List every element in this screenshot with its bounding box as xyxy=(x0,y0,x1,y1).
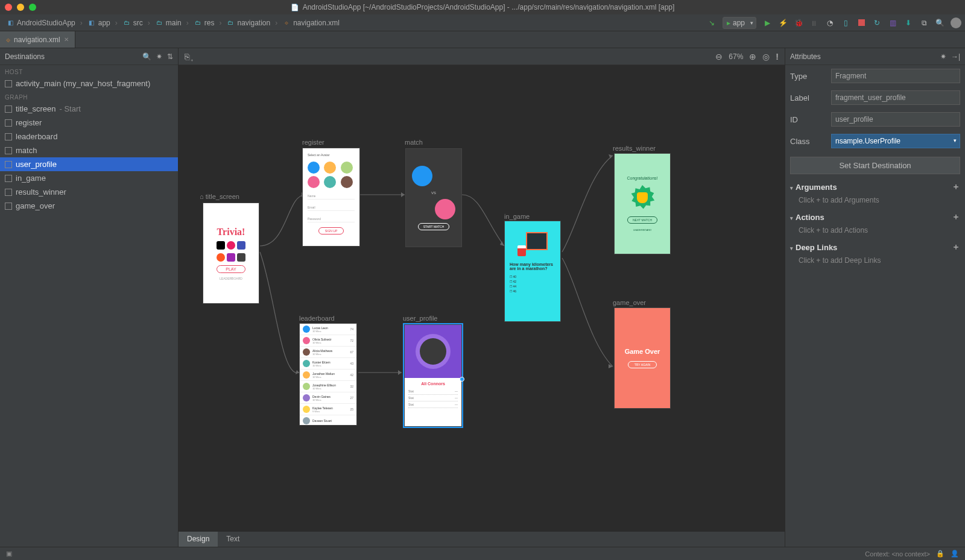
graph-item-in-game[interactable]: in_game xyxy=(0,171,178,185)
graph-item-leaderboard[interactable]: leaderboard xyxy=(0,130,178,143)
graph-item-title-screen[interactable]: title_screen - Start xyxy=(0,102,178,116)
zoom-in-icon[interactable]: ⊕ xyxy=(749,52,756,61)
user-avatar-icon[interactable] xyxy=(951,17,961,28)
apply-changes-icon[interactable]: ⚡ xyxy=(778,18,788,28)
crumb-res[interactable]: 🗀res xyxy=(191,17,217,28)
run-config-dropdown[interactable]: ▸app xyxy=(723,17,756,29)
debug-icon[interactable]: 🐞 xyxy=(794,18,803,28)
add-argument-icon[interactable]: ＋ xyxy=(952,181,960,192)
graph-item-register[interactable]: register xyxy=(0,116,178,130)
close-tab-icon[interactable]: ✕ xyxy=(64,36,69,43)
node-label-user-profile: user_profile xyxy=(403,315,437,322)
attributes-collapse-icon[interactable]: →| xyxy=(951,52,960,61)
profiler-icon[interactable]: ⫼ xyxy=(809,18,819,28)
stop-icon[interactable] xyxy=(856,18,866,28)
zoom-level: 67% xyxy=(729,52,743,61)
attr-type-field[interactable]: Fragment xyxy=(831,69,960,83)
destinations-settings-icon[interactable]: ✷ xyxy=(156,52,162,61)
graph-item-game-over[interactable]: game_over xyxy=(0,199,178,213)
home-icon: ⌂ xyxy=(200,193,204,200)
attributes-title: Attributes xyxy=(790,52,821,61)
file-icon xyxy=(291,3,299,11)
destinations-title: Destinations xyxy=(5,52,45,61)
attributes-panel: Attributes ✷ →| TypeFragment Labelfragme… xyxy=(785,48,965,547)
crumb-main[interactable]: 🗀main xyxy=(153,17,184,28)
set-start-destination-button[interactable]: Set Start Destination xyxy=(790,157,960,174)
gauge-icon[interactable]: ◔ xyxy=(825,18,835,28)
node-leaderboard[interactable]: Lucas Leon10 Wins74 Olivia Solisetz10 Wi… xyxy=(299,323,357,426)
actions-section[interactable]: Actions xyxy=(796,213,824,222)
graph-section-label: GRAPH xyxy=(0,90,178,102)
attach-debugger-icon[interactable]: ▯ xyxy=(841,18,850,28)
avd-manager-icon[interactable]: ▥ xyxy=(888,18,897,28)
destinations-search-icon[interactable]: 🔍 xyxy=(142,52,151,61)
crumb-project[interactable]: ◧AndroidStudioApp xyxy=(4,17,78,28)
node-game-over[interactable]: Game Over TRY AGAIN xyxy=(614,307,671,409)
crumb-file[interactable]: ⟐navigation.xml xyxy=(280,17,342,28)
arguments-section[interactable]: Arguments xyxy=(796,183,837,192)
node-label-leaderboard: leaderboard xyxy=(299,315,335,322)
node-in-game[interactable]: How many kilometers are in a marathon? ☐… xyxy=(504,221,561,322)
tab-label: navigation.xml xyxy=(14,36,60,44)
tab-text[interactable]: Text xyxy=(218,532,248,547)
close-window-icon[interactable] xyxy=(5,4,12,11)
lock-icon[interactable]: 🔒 xyxy=(936,550,944,558)
attr-class-dropdown[interactable]: nsample.UserProfile xyxy=(831,134,960,148)
sync-icon[interactable]: ↻ xyxy=(872,18,882,28)
attr-id-field[interactable]: user_profile xyxy=(831,112,960,127)
xml-file-icon: ⟐ xyxy=(6,36,10,44)
attributes-settings-icon[interactable]: ✷ xyxy=(940,52,946,61)
node-match[interactable]: vs START MATCH xyxy=(405,148,462,247)
status-context[interactable]: Context: <no context> xyxy=(865,550,930,558)
node-label-game-over: game_over xyxy=(613,299,646,306)
sdk-manager-icon[interactable]: ⬇ xyxy=(903,18,913,28)
svg-marker-3 xyxy=(609,154,613,159)
node-user-profile[interactable]: Ali Connors Stat— Stat— Stat— xyxy=(404,324,462,427)
deeplinks-hint: Click + to add Deep Links xyxy=(785,255,965,269)
destinations-autogroup-icon[interactable]: ⇅ xyxy=(167,52,173,61)
design-text-tabs: Design Text xyxy=(179,531,785,547)
issues-icon[interactable]: ! xyxy=(776,52,779,61)
host-activity-main[interactable]: activity_main (my_nav_host_fragment) xyxy=(0,77,178,90)
svg-marker-4 xyxy=(609,364,613,368)
svg-marker-1 xyxy=(401,192,405,197)
crumb-navigation[interactable]: 🗀navigation xyxy=(224,17,273,28)
crumb-src[interactable]: 🗀src xyxy=(120,17,145,28)
layout-inspector-icon[interactable]: ⧉ xyxy=(919,18,929,28)
add-destination-icon[interactable]: ⎘₊ xyxy=(185,52,194,61)
node-label-in-game: in_game xyxy=(504,213,530,220)
run-icon[interactable]: ▶ xyxy=(762,18,772,28)
add-action-icon[interactable]: ＋ xyxy=(952,212,960,222)
node-label-results-winner: results_winner xyxy=(613,145,656,152)
nav-graph-canvas[interactable]: ⌂ title_screen Trivia! PLAY LEADERBOARD … xyxy=(179,65,785,531)
node-results-winner[interactable]: Congratulations! NEXT MATCH LEADERBOARD xyxy=(614,153,671,254)
minimize-window-icon[interactable] xyxy=(17,4,24,11)
actions-hint: Click + to add Actions xyxy=(785,225,965,239)
search-everywhere-icon[interactable]: 🔍 xyxy=(935,18,944,28)
attr-label-field[interactable]: fragment_user_profile xyxy=(831,90,960,105)
add-deeplink-icon[interactable]: ＋ xyxy=(952,242,960,253)
svg-marker-2 xyxy=(500,241,504,246)
make-project-icon[interactable]: ↘ xyxy=(707,18,717,28)
zoom-out-icon[interactable]: ⊖ xyxy=(715,52,723,61)
graph-item-match[interactable]: match xyxy=(0,143,178,157)
graph-item-user-profile[interactable]: user_profile xyxy=(0,157,178,171)
graph-item-results-winner[interactable]: results_winner xyxy=(0,185,178,199)
svg-marker-6 xyxy=(398,370,402,375)
nav-editor-canvas-wrap: ⎘₊ ⊖ 67% ⊕ ◎ ! xyxy=(179,48,785,547)
window-title: AndroidStudioApp [~/AndroidStudioProject… xyxy=(303,3,675,11)
deeplinks-section[interactable]: Deep Links xyxy=(796,243,837,252)
node-title-screen[interactable]: Trivia! PLAY LEADERBOARD xyxy=(203,203,259,304)
window-titlebar: AndroidStudioApp [~/AndroidStudioProject… xyxy=(0,0,965,14)
crumb-app[interactable]: ◧app xyxy=(85,17,113,28)
maximize-window-icon[interactable] xyxy=(29,4,36,11)
node-label-match: match xyxy=(405,139,423,146)
zoom-fit-icon[interactable]: ◎ xyxy=(762,52,770,61)
tab-design[interactable]: Design xyxy=(179,532,218,547)
arguments-hint: Click + to add Arguments xyxy=(785,195,965,209)
status-show-tool-windows-icon[interactable]: ▣ xyxy=(6,550,12,558)
node-register[interactable]: Select an Avatar Name Email Password SIG… xyxy=(302,148,360,247)
tab-navigation-xml[interactable]: ⟐ navigation.xml ✕ xyxy=(0,31,75,48)
status-person-icon[interactable]: 👤 xyxy=(951,550,959,558)
action-handle[interactable] xyxy=(460,377,464,382)
